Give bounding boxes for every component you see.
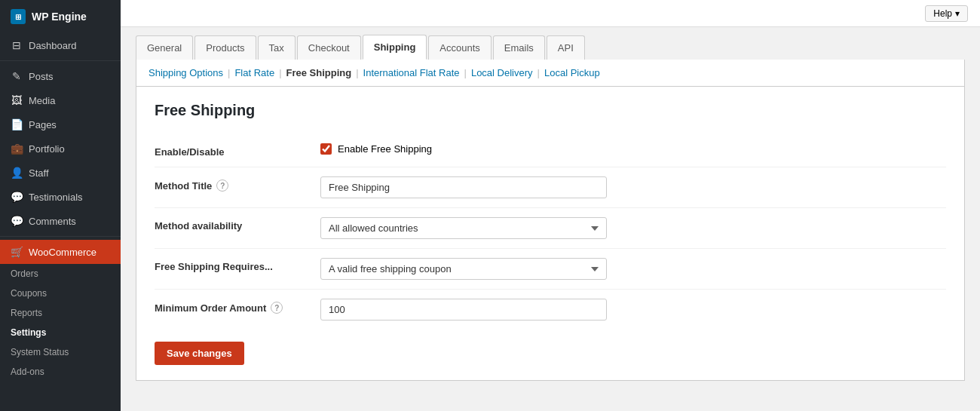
sidebar-sub-reports[interactable]: Reports xyxy=(0,303,121,323)
min-order-input[interactable] xyxy=(320,299,607,321)
enable-label: Enable/Disable xyxy=(155,143,320,158)
subnav-free-shipping[interactable]: Free Shipping xyxy=(286,67,352,78)
wp-engine-icon: ⊞ xyxy=(11,9,26,24)
subnav-sep-3: | xyxy=(356,67,358,78)
method-title-control xyxy=(320,176,607,198)
testimonials-icon: 💬 xyxy=(11,191,23,203)
sidebar-sub-coupons[interactable]: Coupons xyxy=(0,284,121,303)
subnav-local-pickup[interactable]: Local Pickup xyxy=(544,67,600,78)
enable-control: Enable Free Shipping xyxy=(320,143,607,155)
sidebar-divider-1 xyxy=(0,60,121,61)
woocommerce-icon: 🛒 xyxy=(11,246,23,258)
tabs-bar: General Products Tax Checkout Shipping A… xyxy=(136,27,965,60)
main: Help ▾ General Products Tax Checkout Shi… xyxy=(121,0,980,411)
method-availability-label: Method availability xyxy=(155,217,320,232)
tab-products[interactable]: Products xyxy=(194,35,256,60)
min-order-control xyxy=(320,299,607,321)
form-row-enable: Enable/Disable Enable Free Shipping xyxy=(155,134,946,167)
sidebar-sub-label: Add-ons xyxy=(11,367,44,377)
sidebar-sub-add-ons[interactable]: Add-ons xyxy=(0,362,121,382)
form-row-free-shipping-requires: Free Shipping Requires... A valid free s… xyxy=(155,249,946,290)
tab-accounts[interactable]: Accounts xyxy=(428,35,491,60)
subnav: Shipping Options | Flat Rate | Free Ship… xyxy=(136,60,965,87)
method-availability-control: All allowed countries Specific Countries xyxy=(320,217,607,239)
help-label: Help xyxy=(933,8,952,19)
sidebar-logo[interactable]: ⊞ WP Engine xyxy=(0,0,121,33)
sidebar-item-portfolio[interactable]: 💼 Portfolio xyxy=(0,136,121,161)
sidebar-sub-orders[interactable]: Orders xyxy=(0,264,121,284)
sidebar-item-label: Posts xyxy=(29,71,54,82)
method-title-label: Method Title ? xyxy=(155,176,320,192)
sidebar-item-label: Dashboard xyxy=(29,40,77,51)
sidebar-sub-label: Coupons xyxy=(11,288,47,299)
method-title-input[interactable] xyxy=(320,176,607,198)
sidebar-sub-settings[interactable]: Settings xyxy=(0,323,121,342)
subnav-sep-4: | xyxy=(464,67,467,78)
sidebar-item-media[interactable]: 🖼 Media xyxy=(0,88,121,112)
save-changes-button[interactable]: Save changes xyxy=(155,342,244,365)
sidebar-item-testimonials[interactable]: 💬 Testimonials xyxy=(0,185,121,209)
sidebar-item-posts[interactable]: ✎ Posts xyxy=(0,64,121,88)
chevron-down-icon: ▾ xyxy=(955,8,960,19)
sidebar-item-label: Testimonials xyxy=(29,192,83,203)
tab-tax[interactable]: Tax xyxy=(258,35,296,60)
sidebar-item-label: Comments xyxy=(29,216,76,227)
sidebar: ⊞ WP Engine ⊟ Dashboard ✎ Posts 🖼 Media … xyxy=(0,0,121,411)
content: General Products Tax Checkout Shipping A… xyxy=(121,27,980,411)
sidebar-item-label: Media xyxy=(29,95,55,106)
form-row-method-title: Method Title ? xyxy=(155,167,946,208)
sidebar-item-comments[interactable]: 💬 Comments xyxy=(0,209,121,233)
sidebar-divider-2 xyxy=(0,236,121,237)
free-shipping-requires-control: A valid free shipping coupon A minimum o… xyxy=(320,258,607,280)
media-icon: 🖼 xyxy=(11,94,23,106)
sidebar-item-staff[interactable]: 👤 Staff xyxy=(0,161,121,185)
enable-checkbox-label[interactable]: Enable Free Shipping xyxy=(320,143,607,155)
tab-api[interactable]: API xyxy=(547,35,585,60)
help-button[interactable]: Help ▾ xyxy=(925,5,968,22)
topbar: Help ▾ xyxy=(121,0,980,27)
sidebar-sub-label: Reports xyxy=(11,308,42,318)
sidebar-sub-label: Orders xyxy=(11,268,38,279)
enable-checkbox[interactable] xyxy=(320,143,332,155)
enable-checkbox-text: Enable Free Shipping xyxy=(338,143,432,155)
sidebar-item-label: Portfolio xyxy=(29,143,65,155)
method-availability-select[interactable]: All allowed countries Specific Countries xyxy=(320,217,607,239)
staff-icon: 👤 xyxy=(11,167,23,179)
tab-general[interactable]: General xyxy=(136,35,193,60)
sidebar-sub-label: Settings xyxy=(11,327,46,338)
subnav-sep-2: | xyxy=(279,67,281,78)
subnav-sep-5: | xyxy=(537,67,540,78)
portfolio-icon: 💼 xyxy=(11,143,23,155)
sidebar-sub-label: System Status xyxy=(11,347,69,357)
min-order-label: Minimum Order Amount ? xyxy=(155,299,320,314)
free-shipping-requires-select[interactable]: A valid free shipping coupon A minimum o… xyxy=(320,258,607,280)
subnav-sep-1: | xyxy=(228,67,230,78)
form-title: Free Shipping xyxy=(155,102,946,119)
pages-icon: 📄 xyxy=(11,118,23,130)
sidebar-sub-system-status[interactable]: System Status xyxy=(0,342,121,362)
form-row-method-availability: Method availability All allowed countrie… xyxy=(155,208,946,249)
min-order-help-icon: ? xyxy=(271,302,283,314)
subnav-intl-flat-rate[interactable]: International Flat Rate xyxy=(363,67,460,78)
form-section: Free Shipping Enable/Disable Enable Free… xyxy=(136,87,965,381)
sidebar-item-label: Pages xyxy=(29,119,57,130)
subnav-shipping-options[interactable]: Shipping Options xyxy=(149,67,223,78)
form-row-min-order: Minimum Order Amount ? xyxy=(155,290,946,330)
subnav-local-delivery[interactable]: Local Delivery xyxy=(471,67,533,78)
comments-icon: 💬 xyxy=(11,215,23,227)
sidebar-item-label: WooCommerce xyxy=(29,247,96,258)
posts-icon: ✎ xyxy=(11,70,23,82)
subnav-flat-rate[interactable]: Flat Rate xyxy=(234,67,274,78)
sidebar-logo-label: WP Engine xyxy=(32,11,87,23)
sidebar-item-label: Staff xyxy=(29,167,49,179)
tab-emails[interactable]: Emails xyxy=(493,35,545,60)
tab-checkout[interactable]: Checkout xyxy=(297,35,361,60)
free-shipping-requires-label: Free Shipping Requires... xyxy=(155,258,320,272)
tab-shipping[interactable]: Shipping xyxy=(363,35,427,60)
method-title-help-icon: ? xyxy=(216,179,228,192)
sidebar-item-dashboard[interactable]: ⊟ Dashboard xyxy=(0,33,121,57)
sidebar-item-pages[interactable]: 📄 Pages xyxy=(0,112,121,136)
sidebar-item-woocommerce[interactable]: 🛒 WooCommerce xyxy=(0,240,121,264)
dashboard-icon: ⊟ xyxy=(11,39,23,51)
